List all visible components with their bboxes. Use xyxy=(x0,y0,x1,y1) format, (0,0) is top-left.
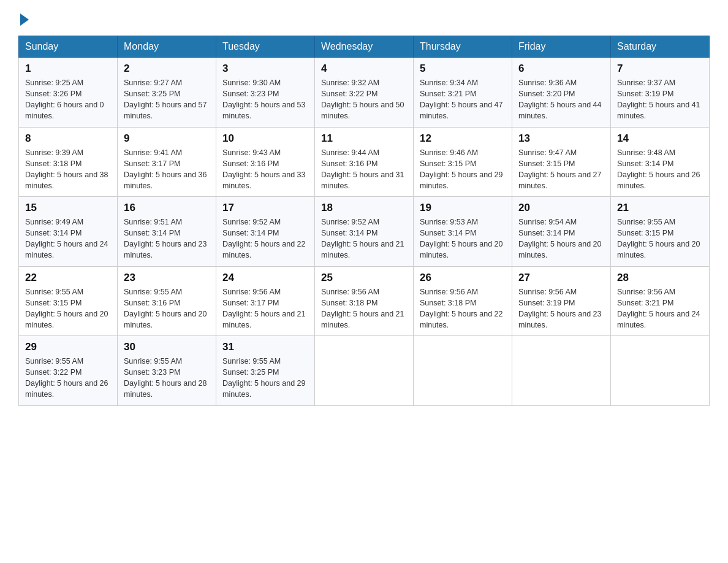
day-info: Sunrise: 9:49 AMSunset: 3:14 PMDaylight:… xyxy=(25,218,108,259)
day-number: 28 xyxy=(617,272,703,284)
calendar-cell: 14 Sunrise: 9:48 AMSunset: 3:14 PMDaylig… xyxy=(611,127,710,197)
day-info: Sunrise: 9:39 AMSunset: 3:18 PMDaylight:… xyxy=(25,148,108,190)
day-number: 18 xyxy=(321,202,407,214)
calendar-table: SundayMondayTuesdayWednesdayThursdayFrid… xyxy=(18,36,710,406)
calendar-cell: 20 Sunrise: 9:54 AMSunset: 3:14 PMDaylig… xyxy=(512,197,611,267)
calendar-cell: 15 Sunrise: 9:49 AMSunset: 3:14 PMDaylig… xyxy=(19,197,118,267)
calendar-cell: 1 Sunrise: 9:25 AMSunset: 3:26 PMDayligh… xyxy=(19,58,118,128)
day-number: 12 xyxy=(420,132,506,145)
day-number: 29 xyxy=(25,341,111,353)
calendar-cell xyxy=(414,336,512,406)
day-number: 9 xyxy=(124,132,210,145)
day-info: Sunrise: 9:55 AMSunset: 3:15 PMDaylight:… xyxy=(25,288,108,329)
day-info: Sunrise: 9:41 AMSunset: 3:17 PMDaylight:… xyxy=(124,148,207,190)
day-info: Sunrise: 9:56 AMSunset: 3:19 PMDaylight:… xyxy=(518,288,602,329)
calendar-week-row: 1 Sunrise: 9:25 AMSunset: 3:26 PMDayligh… xyxy=(19,58,710,128)
day-number: 27 xyxy=(518,272,604,284)
calendar-cell: 3 Sunrise: 9:30 AMSunset: 3:23 PMDayligh… xyxy=(216,58,315,128)
calendar-cell: 29 Sunrise: 9:55 AMSunset: 3:22 PMDaylig… xyxy=(19,336,118,406)
calendar-cell: 25 Sunrise: 9:56 AMSunset: 3:18 PMDaylig… xyxy=(315,266,414,336)
day-info: Sunrise: 9:43 AMSunset: 3:16 PMDaylight:… xyxy=(222,148,306,190)
calendar-cell: 11 Sunrise: 9:44 AMSunset: 3:16 PMDaylig… xyxy=(315,127,414,197)
day-number: 19 xyxy=(420,202,506,214)
day-number: 13 xyxy=(518,132,604,145)
day-info: Sunrise: 9:55 AMSunset: 3:16 PMDaylight:… xyxy=(124,288,207,329)
logo-arrow-icon xyxy=(20,13,29,26)
day-number: 22 xyxy=(25,272,111,284)
calendar-cell: 24 Sunrise: 9:56 AMSunset: 3:17 PMDaylig… xyxy=(216,266,315,336)
day-info: Sunrise: 9:27 AMSunset: 3:25 PMDaylight:… xyxy=(124,79,207,120)
header-saturday: Saturday xyxy=(611,36,710,58)
day-info: Sunrise: 9:56 AMSunset: 3:18 PMDaylight:… xyxy=(420,288,503,329)
logo xyxy=(18,12,29,23)
day-info: Sunrise: 9:46 AMSunset: 3:15 PMDaylight:… xyxy=(420,148,503,190)
header-thursday: Thursday xyxy=(414,36,512,58)
day-info: Sunrise: 9:32 AMSunset: 3:22 PMDaylight:… xyxy=(321,79,404,120)
day-info: Sunrise: 9:56 AMSunset: 3:17 PMDaylight:… xyxy=(222,288,306,329)
calendar-cell: 28 Sunrise: 9:56 AMSunset: 3:21 PMDaylig… xyxy=(611,266,710,336)
day-number: 7 xyxy=(617,63,703,75)
page-header xyxy=(18,12,710,23)
calendar-cell: 8 Sunrise: 9:39 AMSunset: 3:18 PMDayligh… xyxy=(19,127,118,197)
day-info: Sunrise: 9:52 AMSunset: 3:14 PMDaylight:… xyxy=(321,218,404,259)
day-info: Sunrise: 9:55 AMSunset: 3:25 PMDaylight:… xyxy=(222,357,306,399)
calendar-cell: 2 Sunrise: 9:27 AMSunset: 3:25 PMDayligh… xyxy=(118,58,216,128)
day-info: Sunrise: 9:25 AMSunset: 3:26 PMDaylight:… xyxy=(25,79,104,120)
day-number: 14 xyxy=(617,132,703,145)
day-number: 23 xyxy=(124,272,210,284)
day-number: 20 xyxy=(518,202,604,214)
day-number: 25 xyxy=(321,272,407,284)
calendar-cell: 17 Sunrise: 9:52 AMSunset: 3:14 PMDaylig… xyxy=(216,197,315,267)
day-number: 10 xyxy=(222,132,308,145)
day-info: Sunrise: 9:56 AMSunset: 3:21 PMDaylight:… xyxy=(617,288,700,329)
day-number: 2 xyxy=(124,63,210,75)
day-number: 1 xyxy=(25,63,111,75)
day-info: Sunrise: 9:37 AMSunset: 3:19 PMDaylight:… xyxy=(617,79,700,120)
calendar-week-row: 15 Sunrise: 9:49 AMSunset: 3:14 PMDaylig… xyxy=(19,197,710,267)
day-info: Sunrise: 9:54 AMSunset: 3:14 PMDaylight:… xyxy=(518,218,602,259)
day-info: Sunrise: 9:44 AMSunset: 3:16 PMDaylight:… xyxy=(321,148,404,190)
day-number: 31 xyxy=(222,341,308,353)
calendar-cell: 10 Sunrise: 9:43 AMSunset: 3:16 PMDaylig… xyxy=(216,127,315,197)
header-wednesday: Wednesday xyxy=(315,36,414,58)
day-number: 3 xyxy=(222,63,308,75)
calendar-cell: 13 Sunrise: 9:47 AMSunset: 3:15 PMDaylig… xyxy=(512,127,611,197)
calendar-cell: 7 Sunrise: 9:37 AMSunset: 3:19 PMDayligh… xyxy=(611,58,710,128)
calendar-cell: 9 Sunrise: 9:41 AMSunset: 3:17 PMDayligh… xyxy=(118,127,216,197)
day-number: 6 xyxy=(518,63,604,75)
calendar-cell: 12 Sunrise: 9:46 AMSunset: 3:15 PMDaylig… xyxy=(414,127,512,197)
day-info: Sunrise: 9:48 AMSunset: 3:14 PMDaylight:… xyxy=(617,148,700,190)
calendar-cell: 18 Sunrise: 9:52 AMSunset: 3:14 PMDaylig… xyxy=(315,197,414,267)
calendar-cell xyxy=(315,336,414,406)
header-tuesday: Tuesday xyxy=(216,36,315,58)
calendar-cell: 4 Sunrise: 9:32 AMSunset: 3:22 PMDayligh… xyxy=(315,58,414,128)
calendar-week-row: 22 Sunrise: 9:55 AMSunset: 3:15 PMDaylig… xyxy=(19,266,710,336)
calendar-header-row: SundayMondayTuesdayWednesdayThursdayFrid… xyxy=(19,36,710,58)
calendar-week-row: 29 Sunrise: 9:55 AMSunset: 3:22 PMDaylig… xyxy=(19,336,710,406)
calendar-cell xyxy=(512,336,611,406)
day-info: Sunrise: 9:34 AMSunset: 3:21 PMDaylight:… xyxy=(420,79,503,120)
day-info: Sunrise: 9:52 AMSunset: 3:14 PMDaylight:… xyxy=(222,218,306,259)
calendar-cell: 5 Sunrise: 9:34 AMSunset: 3:21 PMDayligh… xyxy=(414,58,512,128)
calendar-cell: 31 Sunrise: 9:55 AMSunset: 3:25 PMDaylig… xyxy=(216,336,315,406)
header-monday: Monday xyxy=(118,36,216,58)
day-info: Sunrise: 9:30 AMSunset: 3:23 PMDaylight:… xyxy=(222,79,306,120)
day-number: 24 xyxy=(222,272,308,284)
day-info: Sunrise: 9:36 AMSunset: 3:20 PMDaylight:… xyxy=(518,79,602,120)
calendar-cell: 27 Sunrise: 9:56 AMSunset: 3:19 PMDaylig… xyxy=(512,266,611,336)
day-number: 16 xyxy=(124,202,210,214)
day-info: Sunrise: 9:55 AMSunset: 3:22 PMDaylight:… xyxy=(25,357,108,399)
calendar-cell: 19 Sunrise: 9:53 AMSunset: 3:14 PMDaylig… xyxy=(414,197,512,267)
calendar-cell: 22 Sunrise: 9:55 AMSunset: 3:15 PMDaylig… xyxy=(19,266,118,336)
calendar-cell: 30 Sunrise: 9:55 AMSunset: 3:23 PMDaylig… xyxy=(118,336,216,406)
day-number: 17 xyxy=(222,202,308,214)
day-info: Sunrise: 9:47 AMSunset: 3:15 PMDaylight:… xyxy=(518,148,602,190)
calendar-cell: 23 Sunrise: 9:55 AMSunset: 3:16 PMDaylig… xyxy=(118,266,216,336)
day-info: Sunrise: 9:51 AMSunset: 3:14 PMDaylight:… xyxy=(124,218,207,259)
calendar-week-row: 8 Sunrise: 9:39 AMSunset: 3:18 PMDayligh… xyxy=(19,127,710,197)
calendar-cell: 16 Sunrise: 9:51 AMSunset: 3:14 PMDaylig… xyxy=(118,197,216,267)
day-number: 8 xyxy=(25,132,111,145)
calendar-cell xyxy=(611,336,710,406)
day-number: 5 xyxy=(420,63,506,75)
day-info: Sunrise: 9:56 AMSunset: 3:18 PMDaylight:… xyxy=(321,288,404,329)
